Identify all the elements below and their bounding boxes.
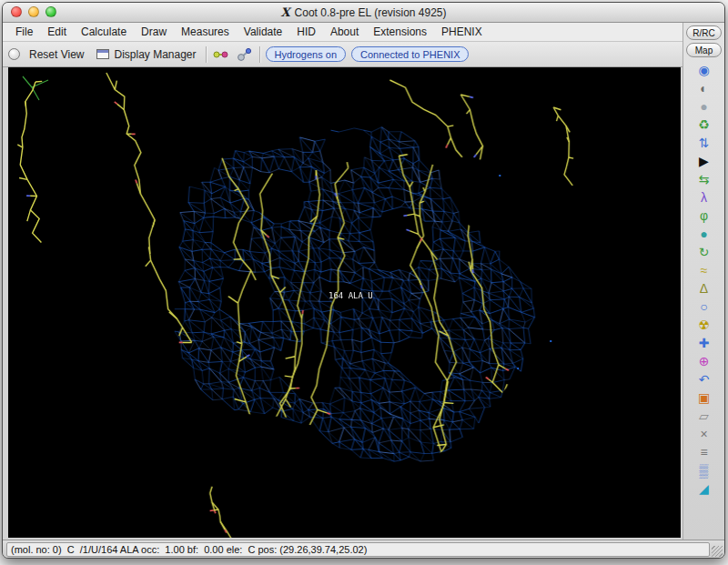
title-bar[interactable]: X Coot 0.8-pre EL (revision 4925): [3, 3, 724, 23]
sphere-icon[interactable]: ●: [693, 97, 716, 116]
rrc-button[interactable]: R/RC: [686, 25, 722, 40]
window-title-group: X Coot 0.8-pre EL (revision 4925): [280, 5, 446, 19]
undo-icon[interactable]: ↶: [693, 370, 716, 388]
radiation-icon[interactable]: ☢: [693, 316, 716, 334]
globe-icon[interactable]: ◉: [693, 61, 716, 79]
phenix-status-button[interactable]: Connected to PHENIX: [351, 46, 469, 62]
toolbar-separator: [259, 46, 260, 63]
minimize-button[interactable]: [28, 6, 39, 17]
water-icon[interactable]: ○: [693, 298, 716, 316]
menu-validate[interactable]: Validate: [237, 23, 289, 42]
gl-viewport[interactable]: 164 ALA U: [8, 67, 681, 538]
wave-icon[interactable]: ≈: [693, 261, 716, 279]
menu-edit[interactable]: Edit: [40, 23, 74, 42]
cross-icon[interactable]: ✚: [693, 334, 716, 352]
recycle-icon[interactable]: ♻: [693, 116, 716, 134]
reset-view-button[interactable]: Reset View: [25, 48, 87, 61]
clock-icon[interactable]: ◐: [693, 79, 716, 97]
phi-psi-icon[interactable]: φ: [693, 207, 716, 225]
status-bar: (mol. no: 0) C /1/U/164 ALA occ: 1.00 bf…: [3, 540, 724, 559]
window-title: Coot 0.8-pre EL (revision 4925): [295, 6, 447, 19]
display-manager-button[interactable]: Display Manager: [93, 48, 199, 61]
resize-grip[interactable]: [712, 546, 723, 557]
swap-arrows-icon[interactable]: ⇆: [693, 170, 716, 188]
menu-calculate[interactable]: Calculate: [74, 23, 134, 42]
status-text: (mol. no: 0) C /1/U/164 ALA occ: 1.00 bf…: [6, 542, 710, 557]
app-window: X Coot 0.8-pre EL (revision 4925) File E…: [2, 2, 725, 559]
sort-arrows-icon[interactable]: ⇅: [693, 134, 716, 152]
window-body: File Edit Calculate Draw Measures Valida…: [3, 23, 724, 540]
window-controls: [11, 6, 56, 17]
menu-extensions[interactable]: Extensions: [366, 23, 434, 42]
display-manager-icon: [96, 49, 109, 59]
menu-hid[interactable]: HID: [289, 23, 323, 42]
toolbar-toggle-button[interactable]: [8, 48, 20, 60]
display-manager-label: Display Manager: [114, 48, 196, 61]
x11-icon: X: [280, 5, 289, 19]
plus-box-icon[interactable]: ▣: [693, 388, 716, 407]
main-column: File Edit Calculate Draw Measures Valida…: [3, 23, 682, 540]
map-button[interactable]: Map: [686, 43, 722, 57]
menu-file[interactable]: File: [8, 23, 40, 42]
eraser-icon[interactable]: ▱: [693, 407, 716, 425]
side-icon-strip: ◉◐●♻⇅▶⇆λφ●↻≈Δ○☢✚⊕↶▣▱×≡▒◢: [693, 61, 716, 540]
teal-sphere-icon[interactable]: ●: [693, 225, 716, 243]
play-icon[interactable]: ▶: [693, 152, 716, 170]
toolbar-separator: [206, 46, 207, 63]
close-button[interactable]: [11, 6, 22, 17]
menu-about[interactable]: About: [323, 23, 366, 42]
delta-icon[interactable]: Δ: [693, 279, 716, 298]
menu-measures[interactable]: Measures: [174, 23, 237, 42]
target-icon[interactable]: ⊕: [693, 352, 716, 370]
hydrogens-toggle-button[interactable]: Hydrogens on: [266, 46, 347, 62]
menu-phenix[interactable]: PHENIX: [434, 23, 490, 42]
rotate-icon[interactable]: ↻: [693, 243, 716, 261]
corner-icon[interactable]: ◢: [693, 479, 716, 498]
rgb-grid-icon[interactable]: ▒: [693, 461, 716, 479]
menu-bar: File Edit Calculate Draw Measures Valida…: [3, 23, 682, 42]
reset-view-label: Reset View: [29, 48, 84, 61]
toolbar: Reset View Display Manager: [3, 42, 682, 67]
delete-icon[interactable]: ×: [693, 425, 716, 443]
gl-canvas[interactable]: [8, 67, 681, 538]
go-to-atom-icon[interactable]: [212, 45, 230, 64]
menu-draw[interactable]: Draw: [134, 23, 174, 42]
ruler-icon[interactable]: ≡: [693, 443, 716, 461]
molecule-icon[interactable]: [236, 45, 254, 64]
lambda-icon[interactable]: λ: [693, 188, 716, 207]
zoom-button[interactable]: [46, 6, 56, 17]
right-toolbar: R/RC Map ◉◐●♻⇅▶⇆λφ●↻≈Δ○☢✚⊕↶▣▱×≡▒◢: [682, 23, 724, 540]
